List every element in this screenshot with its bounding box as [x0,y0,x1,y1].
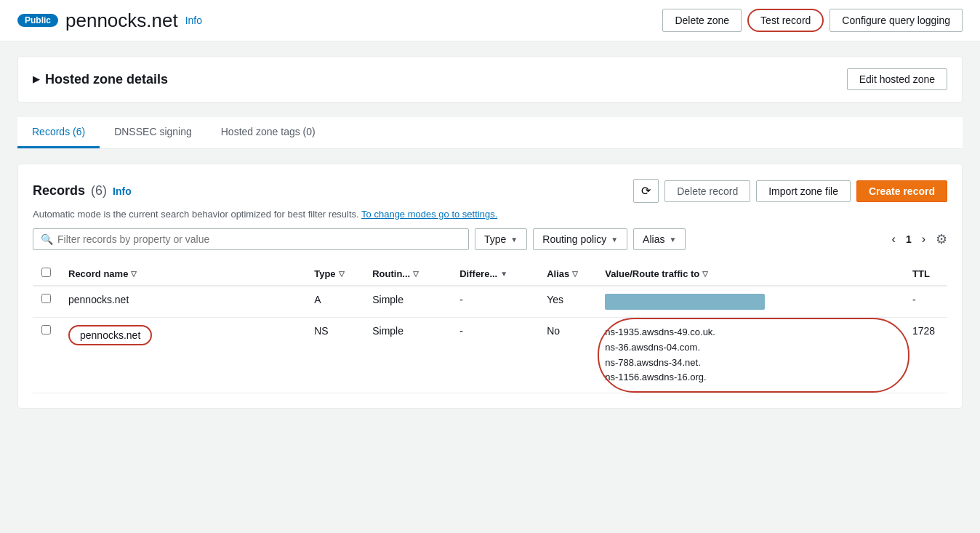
row1-diff: - [451,286,538,318]
filter-routing-label: Routing policy [542,233,606,245]
records-label: Records [33,183,85,199]
pagination-prev-button[interactable]: ‹ [888,230,900,249]
row1-ttl: - [904,286,947,318]
import-zone-file-button[interactable]: Import zone file [756,180,851,202]
col-header-routing: Routin... ▽ [364,262,451,286]
table-row: pennocks.net A Simple - Yes - [33,286,947,318]
pagination-next-button[interactable]: › [917,230,930,249]
filter-alias-chevron: ▼ [669,236,676,244]
alias-sort-icon[interactable]: ▽ [572,270,578,278]
ns-value-4: ns-1156.awsdns-16.org. [605,370,895,385]
name-sort-icon[interactable]: ▽ [131,270,137,278]
hosted-zone-label: Hosted zone details [45,72,168,87]
value-bar [605,294,765,310]
type-sort-icon[interactable]: ▽ [339,270,345,278]
table-settings-icon[interactable]: ⚙ [936,231,947,247]
filter-alias-label: Alias [643,233,664,245]
tabs-row: Records (6) DNSSEC signing Hosted zone t… [17,117,963,149]
pagination-area: ‹ 1 › ⚙ [888,230,947,249]
ns-value-3: ns-788.awsdns-34.net. [605,356,895,371]
diff-sort-icon[interactable]: ▼ [500,270,507,278]
table-row: pennocks.net NS Simple - No ns-1935.awsd… [33,318,947,393]
col-header-value: Value/Route traffic to ▽ [596,262,904,286]
records-title: Records (6) Info [33,183,132,199]
row1-checkbox-cell [33,286,60,318]
row1-routing: Simple [364,286,451,318]
search-icon: 🔍 [41,233,53,245]
row2-diff: - [451,318,538,393]
row1-type: A [305,286,364,318]
info-link[interactable]: Info [185,15,202,26]
title-area: Public pennocks.net Info [17,9,202,32]
search-hint: Automatic mode is the current search beh… [33,209,947,220]
records-count: (6) [91,183,107,199]
filter-type-chevron: ▼ [510,236,518,244]
settings-link[interactable]: To change modes go to settings. [361,209,497,220]
col-header-name: Record name ▽ [60,262,305,286]
delete-zone-button[interactable]: Delete zone [662,9,742,32]
row2-routing: Simple [364,318,451,393]
configure-logging-button[interactable]: Configure query logging [830,9,963,32]
col-header-checkbox [33,262,60,286]
tab-dnssec[interactable]: DNSSEC signing [100,117,206,148]
search-box: 🔍 [33,228,469,250]
filter-alias-dropdown[interactable]: Alias ▼ [633,228,686,250]
routing-sort-icon[interactable]: ▽ [413,270,419,278]
pagination-current: 1 [906,233,912,245]
records-info-link[interactable]: Info [113,185,132,197]
search-input[interactable] [57,233,461,245]
create-record-button[interactable]: Create record [856,180,947,202]
row1-name: pennocks.net [60,286,305,318]
delete-record-button[interactable]: Delete record [664,180,750,202]
value-sort-icon[interactable]: ▽ [702,270,708,278]
hosted-zone-details: ▶ Hosted zone details Edit hosted zone [17,56,963,103]
row2-checkbox-cell [33,318,60,393]
row2-value: ns-1935.awsdns-49.co.uk. ns-36.awsdns-04… [596,318,904,393]
refresh-button[interactable]: ⟳ [633,179,659,203]
public-badge: Public [17,14,58,27]
hosted-zone-title: ▶ Hosted zone details [33,72,168,87]
row2-ttl: 1728 [904,318,947,393]
test-record-button[interactable]: Test record [747,9,824,32]
row2-checkbox[interactable] [41,325,51,334]
col-header-ttl: TTL [904,262,947,286]
ns-value-1: ns-1935.awsdns-49.co.uk. [605,325,895,340]
records-header: Records (6) Info ⟳ Delete record Import … [33,179,947,203]
expand-icon: ▶ [33,74,39,84]
tab-records[interactable]: Records (6) [17,117,100,148]
records-panel: Records (6) Info ⟳ Delete record Import … [17,164,963,409]
col-header-alias: Alias ▽ [538,262,596,286]
col-header-diff: Differe... ▼ [451,262,538,286]
row2-name: pennocks.net [60,318,305,393]
row2-name-circled: pennocks.net [68,325,152,345]
col-header-type: Type ▽ [305,262,364,286]
row1-alias: Yes [538,286,596,318]
row2-type: NS [305,318,364,393]
table-header-row: Record name ▽ Type ▽ Routin... ▽ [33,262,947,286]
filter-routing-dropdown[interactable]: Routing policy ▼ [533,228,627,250]
tab-tags[interactable]: Hosted zone tags (0) [206,117,330,148]
zone-title: pennocks.net [65,9,178,32]
row1-checkbox[interactable] [41,294,51,303]
records-actions: ⟳ Delete record Import zone file Create … [633,179,947,203]
filter-routing-chevron: ▼ [611,236,618,244]
filter-row: 🔍 Type ▼ Routing policy ▼ Alias ▼ ‹ 1 › … [33,228,947,250]
top-actions: Delete zone Test record Configure query … [662,9,963,32]
filter-type-dropdown[interactable]: Type ▼ [475,228,527,250]
select-all-checkbox[interactable] [41,268,51,277]
main-content: ▶ Hosted zone details Edit hosted zone R… [0,56,980,409]
row2-alias: No [538,318,596,393]
ns-value-2: ns-36.awsdns-04.com. [605,340,895,356]
filter-type-label: Type [484,233,506,245]
edit-hosted-zone-button[interactable]: Edit hosted zone [847,68,947,90]
row1-value [596,286,904,318]
top-header: Public pennocks.net Info Delete zone Tes… [0,0,980,41]
records-table: Record name ▽ Type ▽ Routin... ▽ [33,262,947,393]
